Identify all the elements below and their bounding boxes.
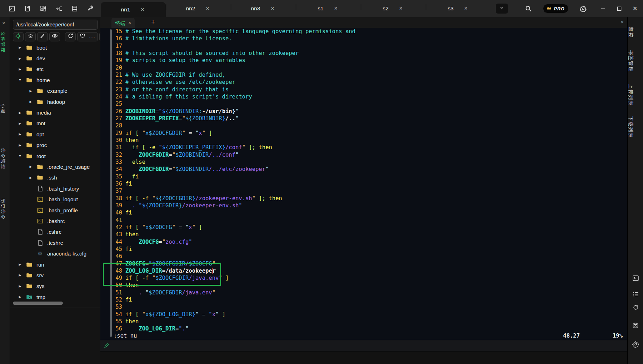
expander-icon[interactable]: ▶ [18,263,23,266]
refresh-button[interactable] [65,32,76,41]
tree-item-opt[interactable]: ▶opt [10,129,100,140]
tab-close-icon[interactable]: × [269,5,275,12]
expander-icon[interactable]: ▼ [18,154,23,158]
gear-button[interactable] [632,341,639,349]
terminal-tab-close-icon[interactable]: × [128,20,131,26]
vim-editor[interactable]: 15# See the License for the specific lan… [100,28,627,340]
list-button[interactable] [632,291,639,299]
expander-icon[interactable]: ▶ [28,176,33,180]
rail-tab-书签管理[interactable]: 书签管理 [628,50,643,72]
panel-close-icon[interactable]: × [2,20,5,26]
pro-badge[interactable]: PRO [543,4,568,13]
session-tab-nn2[interactable]: nn2× [166,0,231,17]
tree-item-example[interactable]: ▶example [10,86,100,96]
expander-icon[interactable]: ▶ [18,46,23,49]
expander-icon[interactable]: ▶ [18,284,23,288]
rail-tab-命令管理[interactable]: 命令管理 [0,148,10,170]
tree-item-mnt[interactable]: ▶mnt [10,118,100,129]
tree-item-.bash_logout[interactable]: .bash_logout [10,194,100,204]
session-tab-nn1[interactable]: nn1× [101,2,166,17]
terminal-pane-close-icon[interactable]: × [620,19,624,25]
eye-button[interactable] [49,32,60,41]
tree-item-anaconda-ks.cfg[interactable]: ⚙anaconda-ks.cfg [10,248,100,259]
tree-item-hadoop[interactable]: ▶hadoop [10,96,100,107]
expander-icon[interactable]: ▶ [18,122,23,125]
expander-icon[interactable]: ▶ [18,143,23,147]
rail-tab-文件管理[interactable]: 文件管理 [0,31,10,53]
expander-icon[interactable]: ▶ [28,100,33,103]
heart-icon[interactable] [80,33,85,40]
expander-icon[interactable]: ▼ [18,78,23,82]
locate-button[interactable] [13,32,24,41]
rail-tab-历史命令[interactable]: 历史命令 [0,198,10,220]
server-list-button[interactable] [69,3,80,14]
terminal-tab[interactable]: 终端 × [111,18,135,28]
rail-tab-监控[interactable]: 监控 [628,27,643,38]
expander-icon[interactable]: ▶ [28,165,33,168]
tree-item-.bash_history[interactable]: .bash_history [10,183,100,194]
favorites-more-button[interactable]: ··· [77,32,98,41]
minimize-button[interactable] [600,6,606,11]
refresh-icon [68,33,74,40]
path-input[interactable] [13,20,98,30]
tree-item-label: anaconda-ks.cfg [47,251,86,257]
tree-item-dev[interactable]: ▶dev [10,53,100,64]
expander-icon[interactable]: ▶ [18,111,23,115]
new-terminal-button[interactable]: + [151,18,155,26]
annotate-pen-icon[interactable] [104,342,110,350]
horizontal-scrollbar[interactable] [13,302,63,305]
tab-close-icon[interactable]: × [333,5,339,12]
tree-item-media[interactable]: ▶media [10,107,100,118]
tab-close-icon[interactable]: × [204,5,210,12]
tab-close-icon[interactable]: × [463,5,469,12]
settings-button[interactable] [578,3,588,14]
save-button[interactable] [632,322,639,330]
tree-item-.cshrc[interactable]: .cshrc [10,227,100,237]
tab-close-icon[interactable]: × [398,5,404,12]
session-tab-s2[interactable]: s2× [361,0,426,17]
tree-item-proc[interactable]: ▶proc [10,140,100,151]
tree-item-etc[interactable]: ▶etc [10,64,100,75]
expander-icon[interactable]: ▶ [18,132,23,136]
code-line: 42if [ "x$ZOOCFG" = "x" ] [100,224,627,231]
rail-tab-小易[interactable]: 小易 [0,103,10,114]
tree-item-run[interactable]: ▶run [10,259,100,270]
tree-item-sys[interactable]: ▶sys [10,281,100,292]
expander-icon[interactable]: ▶ [18,67,23,71]
tree-item-boot[interactable]: ▶boot [10,42,100,53]
tree-item-label: .bashrc [47,218,65,224]
expander-icon[interactable]: ▶ [18,295,23,299]
more-icon[interactable]: ··· [89,35,95,38]
refresh-button[interactable] [632,304,639,312]
terminal-window-button[interactable] [632,275,639,283]
tree-item-root[interactable]: ▼root [10,151,100,161]
wrench-button[interactable] [85,3,96,14]
tree-item-.bash_profile[interactable]: .bash_profile [10,205,100,216]
maximize-button[interactable] [617,6,622,11]
session-tab-s1[interactable]: s1× [296,0,361,17]
tab-close-icon[interactable]: × [139,6,145,13]
rail-tab-下载列表[interactable]: 下载列表 [628,116,643,138]
tab-overflow-button[interactable] [496,4,508,14]
expander-icon[interactable]: ▶ [18,273,23,277]
tree-item-.ssh[interactable]: ▶.ssh [10,172,100,183]
pen-button[interactable] [37,32,48,41]
close-button[interactable]: × [633,5,637,12]
bookmark-file-button[interactable] [22,3,33,14]
expander-icon[interactable]: ▶ [18,57,23,60]
expander-icon[interactable]: ▶ [28,89,33,93]
home-button[interactable] [25,32,36,41]
tree-item-.oracle_jre_usage[interactable]: ▶.oracle_jre_usage [10,161,100,172]
terminal-window-button[interactable] [6,3,17,14]
tree-item-.bashrc[interactable]: .bashrc [10,216,100,226]
search-button[interactable] [523,3,534,14]
tree-item-srv[interactable]: ▶srv [10,270,100,280]
tree-item-home[interactable]: ▼home [10,75,100,85]
layout-grid-button[interactable] [38,3,49,14]
session-tab-nn3[interactable]: nn3× [231,0,296,17]
tree-item-tmp[interactable]: ▶tmp [10,292,100,302]
tree-item-.tcshrc[interactable]: .tcshrc [10,237,100,248]
rail-tab-上传列表[interactable]: 上传列表 [628,84,643,106]
fork-connection-button[interactable] [54,3,64,14]
session-tab-s3[interactable]: s3× [426,0,491,17]
